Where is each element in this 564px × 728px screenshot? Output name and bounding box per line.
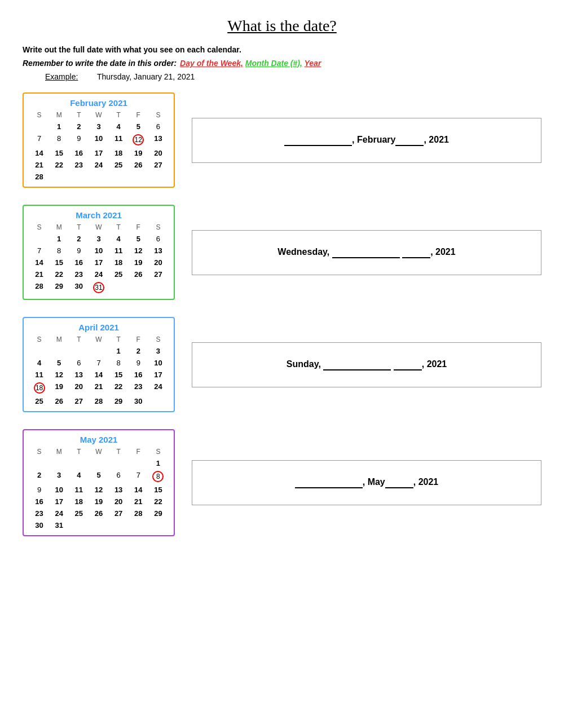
calendar-day-cell (29, 458, 49, 469)
calendar-day-cell (69, 520, 89, 531)
calendar-day-cell: 7 (129, 470, 148, 483)
calendar-day-cell: 13 (69, 369, 89, 380)
calendar-day-cell (109, 458, 129, 469)
calendar-day-cell: 1 (49, 121, 69, 132)
calendar-day-header: M (49, 334, 69, 345)
calendar-day-cell: 21 (129, 496, 148, 507)
calendar-day-cell: 19 (129, 257, 148, 268)
calendar-day-cell: 14 (29, 148, 49, 158)
calendar-day-header: M (49, 110, 69, 120)
month-blank (332, 247, 400, 258)
calendar-day-cell: 24 (89, 269, 108, 280)
month-label: February (357, 135, 395, 144)
calendar-day-header: W (89, 447, 108, 457)
calendar-day-cell: 16 (69, 257, 89, 268)
answer-text: Sunday, , 2021 (287, 359, 447, 370)
calendar-day-header: T (109, 447, 129, 457)
calendar-day-header: W (89, 222, 108, 232)
calendar-day-cell (69, 346, 89, 356)
calendar-day-cell: 1 (49, 233, 69, 244)
calendar-day-cell (69, 458, 89, 469)
calendar-day-cell: 13 (148, 133, 168, 147)
calendar-day-cell: 14 (89, 369, 108, 380)
calendar-day-cell (109, 171, 129, 182)
calendar-day-cell: 11 (109, 133, 129, 147)
calendar-day-cell (148, 171, 168, 182)
calendar-row-feb: February 2021SMTWTFS12345678910111213141… (23, 92, 541, 188)
answer-box-apr: Sunday, , 2021 (192, 342, 541, 387)
main-instruction: Write out the full date with what you se… (23, 45, 541, 54)
calendar-day-cell (89, 171, 108, 182)
calendar-day-header: F (129, 222, 148, 232)
day-label: Wednesday, (277, 247, 329, 257)
calendar-row-may: May 2021SMTWTFS1234567891011121314151617… (23, 429, 541, 536)
calendar-day-cell (148, 396, 168, 407)
calendar-day-cell: 17 (49, 496, 69, 507)
calendar-row-apr: April 2021SMTWTFS12345678910111213141516… (23, 317, 541, 412)
calendar-day-cell: 29 (148, 508, 168, 519)
calendar-day-cell: 13 (148, 245, 168, 256)
calendar-day-cell: 8 (109, 358, 129, 368)
example-line: Example: Thursday, January 21, 2021 (45, 72, 541, 81)
calendar-day-header: T (69, 334, 89, 345)
circled-date: 12 (133, 134, 144, 145)
calendar-feb: February 2021SMTWTFS12345678910111213141… (23, 92, 175, 188)
calendar-day-header: T (109, 222, 129, 232)
calendar-day-cell (129, 458, 148, 469)
calendar-day-cell: 26 (89, 508, 108, 519)
day-of-week-label: Day of the Week, (180, 59, 243, 68)
calendar-day-cell: 20 (148, 148, 168, 158)
calendar-day-cell (129, 171, 148, 182)
date-order: Day of the Week, Month Date (#), Year (180, 59, 321, 68)
calendar-day-cell (109, 520, 129, 531)
calendar-day-cell (129, 281, 148, 294)
calendar-grid-may: SMTWTFS123456789101112131415161718192021… (29, 447, 168, 531)
calendar-row-mar: March 2021SMTWTFS12345678910111213141516… (23, 205, 541, 300)
calendar-day-cell (29, 233, 49, 244)
calendar-day-cell: 11 (69, 484, 89, 495)
calendar-day-header: W (89, 334, 108, 345)
example-label: Example: (45, 72, 78, 81)
calendar-day-cell (129, 520, 148, 531)
calendar-day-cell: 1 (148, 458, 168, 469)
year-suffix: , 2021 (430, 247, 455, 257)
calendar-day-cell: 12 (49, 369, 69, 380)
day-blank (295, 477, 363, 488)
calendar-day-cell: 23 (129, 381, 148, 395)
calendar-day-cell: 15 (49, 148, 69, 158)
calendar-mar: March 2021SMTWTFS12345678910111213141516… (23, 205, 175, 300)
calendar-day-cell: 28 (89, 396, 108, 407)
calendar-day-cell: 18 (69, 496, 89, 507)
answer-text: , May , 2021 (295, 477, 439, 488)
calendar-day-cell: 3 (89, 233, 108, 244)
calendar-day-cell (109, 281, 129, 294)
calendar-day-cell: 28 (29, 171, 49, 182)
calendar-day-cell: 29 (49, 281, 69, 294)
calendar-day-header: T (69, 110, 89, 120)
calendar-day-cell: 27 (148, 160, 168, 170)
calendar-day-cell: 6 (148, 233, 168, 244)
calendar-day-cell: 18 (109, 148, 129, 158)
calendar-day-cell: 17 (148, 369, 168, 380)
calendar-day-cell: 7 (29, 245, 49, 256)
calendar-title-may: May 2021 (29, 435, 168, 444)
calendar-grid-mar: SMTWTFS123456789101112131415161718192021… (29, 222, 168, 294)
calendar-day-cell: 15 (49, 257, 69, 268)
calendar-day-cell: 11 (109, 245, 129, 256)
calendar-day-header: M (49, 222, 69, 232)
calendar-day-cell: 9 (69, 245, 89, 256)
calendar-day-cell: 16 (129, 369, 148, 380)
calendar-day-cell: 7 (29, 133, 49, 147)
calendar-day-cell: 7 (89, 358, 108, 368)
calendar-day-cell: 5 (89, 470, 108, 483)
calendar-day-cell: 2 (129, 346, 148, 356)
year-suffix: , 2021 (422, 359, 447, 369)
calendar-day-cell: 14 (29, 257, 49, 268)
calendar-day-cell: 15 (148, 484, 168, 495)
calendar-day-cell: 22 (49, 269, 69, 280)
calendar-day-cell (89, 458, 108, 469)
calendar-day-cell: 30 (129, 396, 148, 407)
calendar-day-cell: 6 (69, 358, 89, 368)
calendar-day-cell: 26 (49, 396, 69, 407)
calendar-day-cell: 30 (69, 281, 89, 294)
